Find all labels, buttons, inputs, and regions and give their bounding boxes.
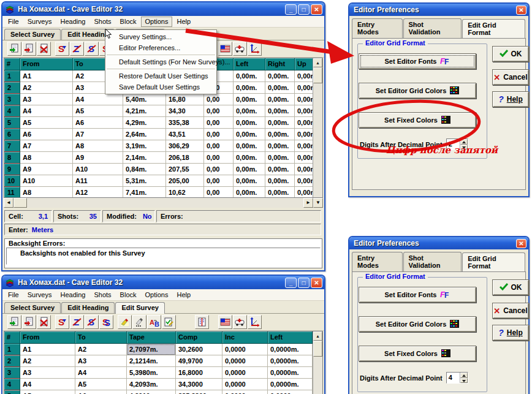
survey-book-icon[interactable]	[195, 315, 209, 329]
menu-item-editor-preferences[interactable]: Editor Preferences...	[105, 42, 216, 53]
row-number[interactable]: 3	[4, 367, 20, 379]
cell-left[interactable]: 0,00m.	[234, 152, 265, 164]
cell-comp[interactable]: 30,2600	[176, 344, 222, 355]
vertical-scrollbar[interactable]: ▲	[313, 58, 322, 197]
cell-inc[interactable]: 0,0000	[222, 344, 268, 355]
cell-left[interactable]: 0,00m.	[234, 140, 265, 152]
cell-right[interactable]: 0,00m.	[265, 105, 295, 117]
menu-options[interactable]: Options	[141, 290, 173, 300]
help-button[interactable]: ? Help	[492, 91, 529, 107]
tab-edit-grid-format[interactable]: Edit Grid Format	[462, 252, 525, 272]
rescue-icon[interactable]	[233, 315, 247, 329]
menu-surveys[interactable]: Surveys	[23, 17, 56, 27]
minimize-button[interactable]: _	[285, 4, 297, 15]
maximize-button[interactable]: □	[298, 278, 310, 288]
titlebar[interactable]: На Хомах.dat - Cave Editor 32 _ □ ✕	[2, 2, 324, 16]
cell-inc[interactable]: 0,00	[204, 164, 234, 175]
cell-up[interactable]: 0,00m.	[295, 94, 313, 105]
tab-edit-survey[interactable]: Edit Survey	[115, 302, 165, 314]
menu-surveys[interactable]: Surveys	[23, 290, 56, 300]
cell-tape[interactable]: 2,7097m.	[127, 344, 176, 355]
cell-up[interactable]: 0,00m.	[295, 152, 313, 164]
cell-tape[interactable]: 0,84m.	[123, 164, 166, 175]
cell-up[interactable]: 0,00m.	[295, 105, 313, 117]
cell-up[interactable]: 0,00m.	[295, 175, 313, 187]
edit-checklist-icon[interactable]	[162, 315, 176, 329]
col-header-tape[interactable]: Tape	[127, 331, 176, 344]
col-header-from[interactable]: From	[20, 331, 75, 344]
scroll-thumb[interactable]	[313, 67, 322, 83]
cell-tape[interactable]: 5,40m.	[123, 94, 166, 105]
cell-inc[interactable]: 0,00	[204, 117, 234, 129]
help-button[interactable]: ? Help	[492, 325, 529, 341]
axes-icon[interactable]	[248, 42, 262, 56]
language-flag-icon[interactable]	[218, 315, 232, 329]
menu-item-save-defaults[interactable]: Save Default User Settings	[105, 81, 216, 93]
cell-tape[interactable]: 2,14m.	[123, 152, 166, 164]
menu-options[interactable]: Options	[141, 17, 173, 27]
cell-tape[interactable]: 2,1214m.	[127, 355, 176, 367]
cell-from[interactable]: A1	[20, 344, 75, 355]
cell-to[interactable]: A6	[75, 390, 127, 394]
col-header-inc[interactable]: Inc	[222, 331, 268, 344]
cell-left[interactable]: 0,0000m.	[268, 367, 313, 379]
tab-select-survey[interactable]: Select Survey	[4, 302, 61, 313]
reverse-shots-icon[interactable]: S	[85, 315, 99, 329]
highlight-dots-icon[interactable]	[132, 315, 146, 329]
cell-from[interactable]: A3	[20, 94, 73, 105]
cancel-button[interactable]: ✕ Cancel	[492, 303, 529, 319]
menu-item-default-settings[interactable]: Default Settings (For New Surveys)...	[105, 56, 216, 67]
cell-left[interactable]: 0,00m.	[234, 117, 265, 129]
spin-up-icon[interactable]	[460, 373, 468, 378]
cell-from[interactable]: A6	[20, 129, 73, 140]
cell-tape[interactable]: 3,19m.	[123, 140, 166, 152]
set-fixed-colors-button[interactable]: Set Fixed Colors	[359, 346, 476, 362]
cell-from[interactable]: A5	[20, 390, 75, 394]
set-editor-grid-colors-button[interactable]: Set Editor Grid Colors	[359, 83, 476, 99]
cell-left[interactable]: 0,0000m.	[268, 344, 313, 355]
cell-from[interactable]: A1	[20, 70, 73, 82]
cell-to[interactable]: A5	[73, 105, 123, 117]
maximize-button[interactable]: □	[298, 4, 310, 15]
dialog-titlebar[interactable]: Editor Preferences ✕	[349, 237, 528, 249]
menu-file[interactable]: File	[4, 290, 23, 300]
cell-comp[interactable]: 16,80	[166, 94, 204, 105]
minimize-button[interactable]: _	[285, 278, 297, 288]
cell-to[interactable]: A7	[73, 129, 123, 140]
row-number[interactable]: 1	[4, 70, 20, 82]
language-flag-icon[interactable]	[218, 42, 232, 56]
col-header-right[interactable]: Right	[265, 58, 295, 70]
cell-right[interactable]: 0,00m.	[265, 117, 295, 129]
menu-block[interactable]: Block	[116, 290, 141, 300]
cell-right[interactable]: 0,00m.	[265, 187, 295, 197]
col-header-num[interactable]: #	[4, 331, 20, 344]
cell-to[interactable]: A4	[75, 367, 127, 379]
titlebar[interactable]: На Хомах.dat - Cave Editor 32 _ □ ✕	[2, 276, 324, 289]
axes-icon[interactable]	[248, 315, 262, 329]
cell-inc[interactable]: 0,0000	[222, 379, 268, 390]
cell-left[interactable]: 0,0000m.	[268, 379, 313, 390]
cell-comp[interactable]: 207,55	[166, 164, 204, 175]
cell-up[interactable]: 0,00m.	[295, 70, 313, 82]
cell-left[interactable]: 0,00m.	[234, 164, 265, 175]
tab-select-survey[interactable]: Select Survey	[4, 29, 61, 40]
rename-stations-icon[interactable]: AB	[147, 315, 161, 329]
dialog-titlebar[interactable]: Editor Preferences ✕	[349, 4, 528, 16]
col-header-comp[interactable]: Comp	[176, 331, 222, 344]
cell-inc[interactable]: 0,00	[204, 94, 234, 105]
tab-entry-modes[interactable]: Entry Modes	[352, 252, 403, 271]
cell-tape[interactable]: 4,29m.	[123, 117, 166, 129]
cell-left[interactable]: 0,00m.	[234, 175, 265, 187]
close-button[interactable]: ✕	[311, 4, 322, 15]
row-number[interactable]: 5	[4, 117, 20, 129]
ok-button[interactable]: OK	[492, 279, 529, 295]
row-number[interactable]: 9	[4, 164, 20, 175]
cell-tape[interactable]: 5,3980m.	[127, 367, 176, 379]
row-number[interactable]: 6	[4, 129, 20, 140]
cell-from[interactable]: A7	[20, 140, 73, 152]
col-header-num[interactable]: #	[4, 58, 20, 70]
cell-comp[interactable]: 34,3000	[176, 379, 222, 390]
cell-comp[interactable]: 16,8000	[176, 367, 222, 379]
row-number[interactable]: 8	[4, 152, 20, 164]
menu-shots[interactable]: Shots	[89, 17, 115, 27]
